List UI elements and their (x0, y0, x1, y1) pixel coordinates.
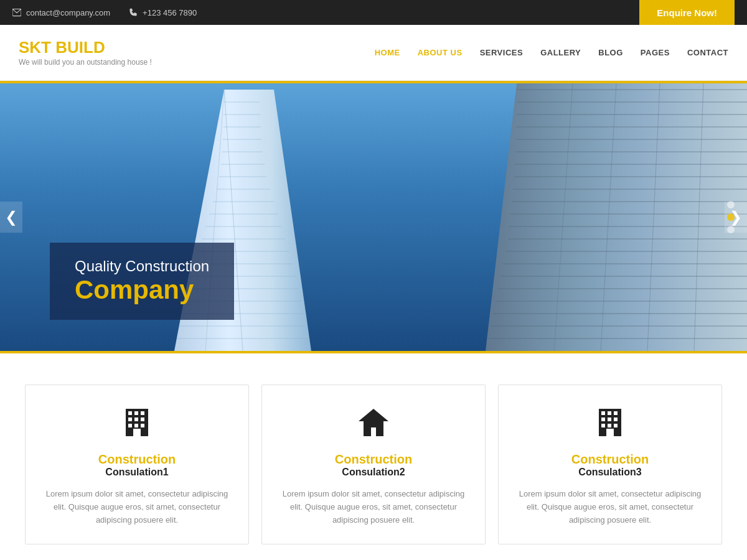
main-nav: HOME ABOUT US SERVICES GALLERY BLOG PAGE… (375, 48, 728, 57)
svg-rect-65 (614, 411, 618, 415)
svg-rect-54 (128, 418, 132, 421)
card-2-icon (355, 404, 392, 441)
card-3-title-main: Construction (571, 452, 649, 467)
svg-rect-53 (141, 411, 144, 415)
card-3-title-sub: Consulation3 (578, 467, 641, 478)
nav-about[interactable]: ABOUT US (418, 48, 463, 57)
svg-marker-24 (486, 83, 747, 351)
hero-caption: Quality Construction Company (50, 243, 234, 320)
nav-blog[interactable]: BLOG (598, 48, 623, 57)
logo: SKT BUILD We will build you an outstandi… (19, 39, 152, 67)
enquire-button[interactable]: Enquire Now! (639, 0, 735, 25)
home-icon (357, 406, 390, 439)
slider-prev-button[interactable]: ❮ (0, 202, 22, 233)
svg-rect-55 (134, 418, 138, 421)
building-right-svg (486, 83, 747, 351)
card-3: Construction Consulation3 Lorem ipsum do… (498, 385, 722, 544)
svg-rect-69 (601, 424, 605, 427)
svg-rect-63 (601, 411, 605, 415)
card-3-icon (591, 404, 629, 441)
slider-next-button[interactable]: ❯ (725, 202, 747, 233)
svg-rect-58 (134, 424, 138, 427)
nav-contact[interactable]: CONTACT (687, 48, 728, 57)
card-1-title-sub: Consulation1 (105, 467, 168, 478)
hero-caption-line2: Company (75, 275, 209, 305)
svg-rect-71 (614, 424, 618, 427)
card-1-title-main: Construction (98, 452, 176, 467)
card-1-icon (118, 404, 156, 441)
svg-rect-51 (128, 411, 132, 415)
email-text: contact@company.com (26, 8, 110, 17)
svg-rect-57 (128, 424, 132, 427)
nav-pages[interactable]: PAGES (641, 48, 670, 57)
hero-slider: Quality Construction Company ❮ ❯ (0, 83, 747, 351)
svg-rect-59 (141, 424, 144, 427)
top-bar: contact@company.com +123 456 7890 Enquir… (0, 0, 747, 25)
svg-rect-56 (141, 418, 144, 421)
nav-home[interactable]: HOME (375, 48, 400, 57)
svg-rect-67 (608, 418, 611, 421)
cards-section: Construction Consulation1 Lorem ipsum do… (0, 353, 747, 560)
nav-services[interactable]: SERVICES (480, 48, 524, 57)
logo-tagline: We will build you an outstanding house ! (19, 58, 152, 67)
svg-rect-60 (133, 429, 141, 436)
email-icon (12, 8, 21, 17)
svg-marker-61 (359, 409, 388, 436)
nav-gallery[interactable]: GALLERY (540, 48, 581, 57)
building-icon-1 (121, 406, 153, 439)
card-1: Construction Consulation1 Lorem ipsum do… (25, 385, 249, 544)
logo-build: BUILD (51, 38, 105, 57)
svg-rect-70 (608, 424, 611, 427)
svg-rect-64 (608, 411, 611, 415)
svg-rect-72 (606, 429, 614, 436)
card-2: Construction Consulation2 Lorem ipsum do… (261, 385, 486, 544)
svg-rect-52 (134, 411, 138, 415)
header: SKT BUILD We will build you an outstandi… (0, 25, 747, 81)
card-2-title-sub: Consulation2 (342, 467, 405, 478)
phone-text: +123 456 7890 (143, 8, 197, 17)
card-2-title-main: Construction (335, 452, 412, 467)
card-1-text: Lorem ipsum dolor sit amet, consectetur … (43, 488, 231, 526)
card-3-text: Lorem ipsum dolor sit amet, consectetur … (516, 488, 704, 526)
card-2-text: Lorem ipsum dolor sit amet, consectetur … (280, 488, 467, 526)
logo-skt: SKT (19, 38, 51, 57)
logo-title: SKT BUILD (19, 39, 152, 55)
email-contact: contact@company.com (12, 8, 110, 17)
building-icon-3 (594, 406, 626, 439)
phone-contact: +123 456 7890 (129, 8, 197, 17)
hero-caption-line1: Quality Construction (75, 258, 209, 275)
svg-rect-68 (614, 418, 618, 421)
svg-rect-66 (601, 418, 605, 421)
top-bar-contacts: contact@company.com +123 456 7890 (12, 8, 197, 17)
phone-icon (129, 8, 138, 17)
